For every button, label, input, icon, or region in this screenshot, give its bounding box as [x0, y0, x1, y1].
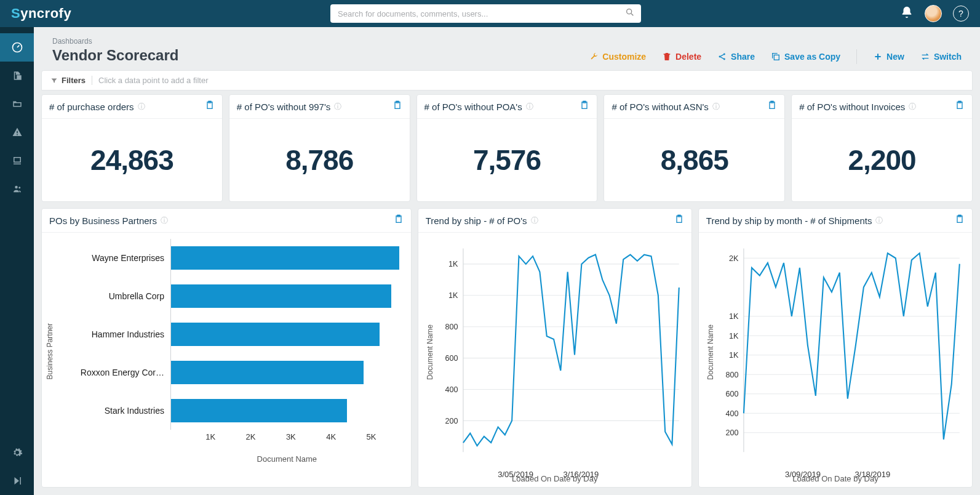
bar-label: Umbrella Corp: [63, 291, 170, 301]
kpi-title: # of PO's without ASN's ⓘ: [612, 102, 719, 112]
line1-yaxis-label: Document Name: [426, 324, 434, 380]
filters-hint: Click a data point to add a filter: [92, 76, 209, 85]
page-title: Vendor Scorecard: [52, 47, 178, 64]
kpi-row: # of purchase orders ⓘ 24,863 # of PO's …: [41, 94, 973, 202]
sidebar-item-collapse[interactable]: [0, 467, 34, 495]
bar-chart-body[interactable]: Business Partner Wayne Enterprises Umbre…: [42, 233, 411, 487]
sidebar-item-settings[interactable]: [0, 438, 34, 467]
svg-text:200: 200: [445, 416, 458, 425]
delete-button[interactable]: Delete: [662, 52, 701, 62]
line1-title: Trend by ship - # of PO's ⓘ: [426, 215, 538, 226]
share-button[interactable]: Share: [717, 52, 755, 62]
filters-bar[interactable]: Filters Click a data point to add a filt…: [41, 70, 973, 91]
clipboard-icon[interactable]: [580, 100, 589, 113]
bar-row[interactable]: Stark Industries: [63, 392, 404, 430]
bar-chart-title: POs by Business Partners ⓘ: [49, 215, 168, 226]
kpi-title: # of PO's without POA's ⓘ: [424, 102, 533, 112]
action-divider: [856, 49, 857, 64]
bar-yaxis-label: Business Partner: [46, 323, 54, 379]
line1-xaxis-label: Loaded On Date by Day: [426, 474, 684, 483]
bar-row[interactable]: Wayne Enterprises: [63, 239, 404, 277]
info-icon[interactable]: ⓘ: [909, 102, 916, 112]
switch-button[interactable]: Switch: [920, 52, 962, 62]
clipboard-icon[interactable]: [767, 100, 777, 113]
clipboard-icon[interactable]: [955, 214, 965, 227]
new-button[interactable]: New: [873, 52, 904, 62]
line2-body[interactable]: Document Name 2004006008001K1K1K2K 3/09/…: [699, 233, 972, 487]
info-icon[interactable]: ⓘ: [712, 102, 720, 112]
bell-icon[interactable]: [900, 6, 914, 22]
svg-text:600: 600: [725, 389, 738, 398]
svg-text:1K: 1K: [729, 331, 739, 340]
info-icon[interactable]: ⓘ: [531, 215, 538, 226]
svg-text:1K: 1K: [448, 291, 458, 300]
info-icon[interactable]: ⓘ: [875, 215, 883, 226]
trash-icon: [662, 52, 672, 62]
sidebar-item-dashboard[interactable]: [0, 33, 34, 62]
wrench-icon: [589, 52, 599, 62]
main: Dashboards Vendor Scorecard Customize De…: [34, 27, 980, 495]
save-as-copy-button[interactable]: Save as Copy: [771, 52, 840, 62]
search-input[interactable]: [330, 4, 641, 23]
sidebar: [0, 27, 34, 495]
copy-icon: [771, 52, 781, 62]
kpi-card[interactable]: # of PO's without Invoices ⓘ 2,200: [791, 94, 973, 202]
kpi-value: 7,576: [417, 119, 597, 201]
sidebar-item-reports[interactable]: [0, 147, 34, 175]
kpi-title: # of purchase orders ⓘ: [49, 102, 145, 112]
sidebar-item-users[interactable]: [0, 175, 34, 203]
line1-body[interactable]: Document Name 2004006008001K1K 3/05/2019…: [418, 233, 691, 487]
sidebar-item-folders[interactable]: [0, 90, 34, 118]
switch-icon: [920, 52, 930, 62]
bar-label: Wayne Enterprises: [63, 253, 170, 263]
bar-label: Roxxon Energy Cor…: [63, 368, 170, 377]
help-icon[interactable]: ?: [953, 6, 969, 22]
svg-text:1K: 1K: [729, 312, 739, 321]
kpi-value: 8,865: [604, 119, 784, 201]
clipboard-icon[interactable]: [674, 214, 684, 227]
sidebar-item-alerts[interactable]: [0, 118, 34, 147]
info-icon[interactable]: ⓘ: [161, 215, 168, 226]
search-icon[interactable]: [625, 7, 635, 20]
kpi-value: 2,200: [792, 119, 972, 201]
svg-text:400: 400: [445, 385, 458, 394]
logo[interactable]: Syncrofy: [11, 6, 71, 22]
svg-text:800: 800: [445, 322, 458, 331]
kpi-card[interactable]: # of purchase orders ⓘ 24,863: [41, 94, 223, 202]
avatar[interactable]: [925, 5, 942, 22]
bar-row[interactable]: Roxxon Energy Cor…: [63, 353, 404, 392]
share-icon: [717, 52, 727, 62]
svg-rect-6: [774, 55, 779, 60]
sidebar-item-documents[interactable]: [0, 62, 34, 90]
svg-text:200: 200: [725, 428, 738, 437]
plus-icon: [873, 52, 883, 62]
search-box: [330, 4, 641, 23]
customize-button[interactable]: Customize: [589, 52, 646, 62]
page-head: Dashboards Vendor Scorecard Customize De…: [34, 27, 980, 70]
info-icon[interactable]: ⓘ: [334, 102, 341, 112]
clipboard-icon[interactable]: [205, 100, 215, 113]
kpi-value: 24,863: [42, 119, 222, 201]
svg-point-0: [627, 9, 632, 14]
breadcrumb[interactable]: Dashboards: [52, 37, 178, 46]
clipboard-icon[interactable]: [955, 100, 965, 113]
info-icon[interactable]: ⓘ: [138, 102, 145, 112]
bar-row[interactable]: Umbrella Corp: [63, 277, 404, 315]
kpi-title: # of PO's without Invoices ⓘ: [799, 102, 916, 112]
line1-chart-card: Trend by ship - # of PO's ⓘ Document Nam…: [418, 208, 692, 488]
svg-text:1K: 1K: [448, 259, 458, 268]
bar-xaxis-label: Document Name: [170, 454, 404, 464]
svg-text:2K: 2K: [729, 253, 739, 262]
svg-text:600: 600: [445, 353, 458, 363]
clipboard-icon[interactable]: [394, 214, 404, 227]
bar-label: Stark Industries: [63, 406, 170, 416]
bar-row[interactable]: Hammer Industries: [63, 315, 404, 353]
charts-row: POs by Business Partners ⓘ Business Part…: [41, 208, 973, 488]
kpi-card[interactable]: # of PO's without ASN's ⓘ 8,865: [604, 94, 785, 202]
clipboard-icon[interactable]: [392, 100, 402, 113]
info-icon[interactable]: ⓘ: [526, 102, 533, 112]
topbar: Syncrofy ?: [0, 0, 980, 27]
kpi-card[interactable]: # of PO's without 997's ⓘ 8,786: [229, 94, 410, 202]
kpi-card[interactable]: # of PO's without POA's ⓘ 7,576: [416, 94, 598, 202]
logo-first-letter: S: [11, 6, 20, 22]
